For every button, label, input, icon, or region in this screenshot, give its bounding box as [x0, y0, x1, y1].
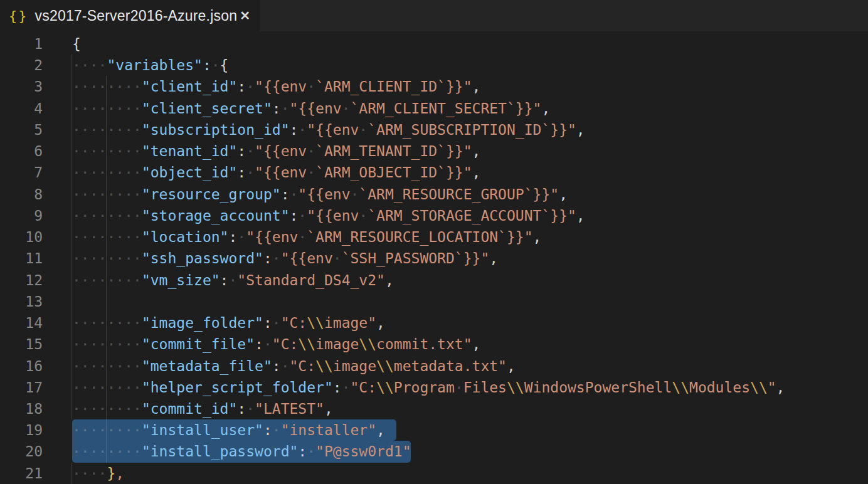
code-token: :·	[263, 315, 281, 331]
code-token: "tenant_id"	[142, 143, 237, 159]
line-content: ········"subscription_id":·"{{env·`ARM_S…	[72, 119, 868, 140]
line-content: ········"location":·"{{env·`ARM_RESOURCE…	[72, 226, 868, 248]
code-token: \\	[298, 336, 315, 352]
line-number: 9	[0, 205, 43, 226]
code-token: :·	[255, 336, 272, 352]
code-line-10[interactable]: 10········"location":·"{{env·`ARM_RESOUR…	[0, 226, 868, 248]
code-token: "resource_group"	[142, 186, 281, 203]
line-number: 6	[0, 140, 43, 162]
code-line-8[interactable]: 8········"resource_group":·"{{env·`ARM_R…	[0, 184, 868, 205]
code-token: ,	[472, 78, 481, 95]
code-token: Program·Files	[394, 379, 507, 396]
code-token: "storage_account"	[142, 208, 290, 224]
code-token: \\	[672, 379, 689, 396]
code-line-1[interactable]: 1{	[0, 33, 868, 55]
code-token: ········	[72, 358, 142, 374]
code-line-5[interactable]: 5········"subscription_id":·"{{env·`ARM_…	[0, 119, 868, 140]
code-token: commit.txt"	[376, 336, 472, 352]
line-content: ········"commit_file":·"C:\\image\\commi…	[72, 334, 868, 355]
code-line-14[interactable]: 14········"image_folder":·"C:\\image",	[0, 312, 868, 334]
line-number: 11	[0, 248, 43, 269]
code-line-15[interactable]: 15········"commit_file":·"C:\\image\\com…	[0, 334, 868, 355]
line-content: ········"commit_id":·"LATEST",	[72, 398, 868, 419]
code-token: ,	[559, 186, 568, 203]
code-token: "{{env·`ARM_CLIENT_SECRET`}}"	[289, 100, 541, 117]
code-line-21[interactable]: 21····},	[0, 463, 868, 484]
line-content: ····"variables":·{	[72, 55, 868, 76]
code-token: ········	[72, 164, 142, 181]
code-line-3[interactable]: 3········"client_id":·"{{env·`ARM_CLIENT…	[0, 76, 868, 97]
code-token: "vm_size"	[142, 272, 220, 288]
code-line-18[interactable]: 18········"commit_id":·"LATEST",	[0, 398, 868, 419]
code-token: :·	[272, 100, 290, 117]
code-token: ,	[776, 379, 785, 396]
code-token: ,	[472, 164, 481, 181]
code-line-20[interactable]: 20········"install_password":·"P@ssw0rd1…	[0, 441, 868, 462]
code-line-12[interactable]: 12········"vm_size":·"Standard_DS4_v2",	[0, 270, 868, 291]
tab-title: vs2017-Server2016-Azure.json	[35, 8, 238, 24]
line-number: 20	[0, 441, 43, 462]
code-token: :·	[237, 143, 255, 159]
code-token: :·	[228, 229, 246, 245]
line-content: ········"client_secret":·"{{env·`ARM_CLI…	[72, 98, 868, 119]
code-token: "{{env·`ARM_RESOURCE_LOCATION`}}"	[246, 229, 532, 245]
code-token: ········	[72, 186, 142, 203]
line-content: ········"helper_script_folder":·"C:\\Pro…	[72, 377, 868, 398]
code-token: \\	[507, 379, 524, 396]
code-token: "commit_file"	[142, 336, 255, 352]
code-editor[interactable]: 1{2····"variables":·{3········"client_id…	[0, 31, 868, 484]
code-token: {	[72, 36, 81, 52]
line-number: 18	[0, 398, 43, 419]
code-token: ,	[376, 422, 385, 438]
code-token: ········	[72, 143, 142, 159]
code-token: :·	[237, 78, 255, 95]
line-content: {	[72, 33, 868, 55]
code-token: ····	[72, 57, 107, 73]
code-line-7[interactable]: 7········"object_id":·"{{env·`ARM_OBJECT…	[0, 162, 868, 183]
code-line-4[interactable]: 4········"client_secret":·"{{env·`ARM_CL…	[0, 98, 868, 119]
code-token: ········	[72, 250, 142, 266]
code-token: ,	[489, 250, 498, 266]
code-token: :·	[298, 443, 315, 460]
code-token: ,	[376, 315, 385, 331]
code-line-13[interactable]: 13	[0, 291, 868, 312]
code-token: "object_id"	[142, 164, 237, 181]
code-line-2[interactable]: 2····"variables":·{	[0, 55, 868, 76]
line-content: ····},	[72, 463, 868, 484]
code-token: "variables"	[107, 57, 202, 73]
code-token: image	[333, 358, 376, 374]
code-token: "location"	[142, 229, 229, 245]
code-line-19[interactable]: 19········"install_user":·"installer",	[0, 419, 868, 441]
code-token: ········	[72, 401, 142, 417]
code-token: ,	[385, 272, 394, 288]
code-token: "	[768, 379, 776, 396]
code-token: :·	[263, 250, 281, 266]
code-token: ,	[533, 229, 542, 245]
line-content: ········"client_id":·"{{env·`ARM_CLIENT_…	[72, 76, 868, 97]
code-token: :·	[272, 358, 290, 374]
line-content: ········"tenant_id":·"{{env·`ARM_TENANT_…	[72, 140, 868, 162]
line-content: ········"metadata_file":·"C:\\image\\met…	[72, 355, 868, 377]
code-token: "client_secret"	[142, 100, 272, 117]
code-token: "commit_id"	[142, 401, 237, 417]
code-lines: 1{2····"variables":·{3········"client_id…	[0, 33, 868, 484]
code-token: ········	[72, 272, 142, 288]
code-token: ········	[72, 229, 142, 245]
code-token: "ssh_password"	[142, 250, 263, 266]
code-line-16[interactable]: 16········"metadata_file":·"C:\\image\\m…	[0, 355, 868, 377]
tab-vs2017-server2016-azure-json[interactable]: {} vs2017-Server2016-Azure.json ✕	[0, 0, 260, 31]
code-token: "{{env·`SSH_PASSWORD`}}"	[281, 250, 490, 266]
line-number: 1	[0, 33, 43, 55]
code-token: :·	[237, 164, 255, 181]
code-line-17[interactable]: 17········"helper_script_folder":·"C:\\P…	[0, 377, 868, 398]
code-token: "{{env·`ARM_RESOURCE_GROUP`}}"	[298, 186, 559, 203]
line-number: 16	[0, 355, 43, 377]
code-token: :·	[289, 208, 307, 224]
code-token: ,	[576, 208, 585, 224]
code-line-11[interactable]: 11········"ssh_password":·"{{env·`SSH_PA…	[0, 248, 868, 269]
code-line-9[interactable]: 9········"storage_account":·"{{env·`ARM_…	[0, 205, 868, 226]
code-token: "{{env·`ARM_SUBSCRIPTION_ID`}}"	[307, 122, 576, 138]
close-tab-icon[interactable]: ✕	[238, 7, 251, 24]
code-token: WindowsPowerShell	[524, 379, 672, 396]
code-line-6[interactable]: 6········"tenant_id":·"{{env·`ARM_TENANT…	[0, 140, 868, 162]
